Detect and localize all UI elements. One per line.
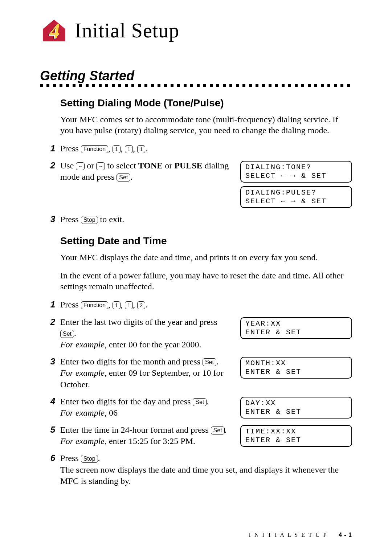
key-1: 1: [113, 301, 121, 309]
key-1: 1: [125, 301, 133, 309]
step-text: Press Stop. The screen now displays the …: [60, 453, 352, 487]
datetime-intro2: In the event of a power failure, you may…: [60, 270, 352, 292]
step-number: 1: [47, 143, 55, 154]
key-set: Set: [193, 398, 207, 406]
step-text: Enter two digits for the day and press S…: [60, 396, 352, 419]
svg-text:4: 4: [49, 20, 60, 42]
key-function: Function: [81, 145, 108, 153]
key-set: Set: [203, 358, 216, 366]
step-number: 6: [47, 453, 55, 464]
datetime-intro1: Your MFC displays the date and time, and…: [60, 252, 352, 263]
footer-label: I N I T I A L S E T U P: [249, 532, 327, 538]
lcd-display: TIME:XX:XX ENTER & SET: [240, 425, 352, 447]
key-function: Function: [81, 301, 108, 309]
datetime-steps: 1 Press Function, 1, 1, 2. 2 Enter the l…: [47, 299, 352, 487]
step-number: 1: [47, 299, 55, 310]
dotted-divider: [40, 84, 352, 87]
key-right-arrow: →: [96, 162, 105, 170]
subheading-datetime: Setting Date and Time: [60, 235, 352, 247]
step-number: 3: [47, 356, 55, 367]
step-text: Press Function, 1, 1, 1.: [60, 143, 352, 154]
key-stop: Stop: [81, 455, 98, 463]
key-stop: Stop: [81, 216, 98, 224]
step-number: 4: [47, 396, 55, 407]
step-number: 3: [47, 214, 55, 225]
dialing-steps: 1 Press Function, 1, 1, 1. 2 Use ← or → …: [47, 143, 352, 225]
page-number: 4 - 1: [339, 532, 352, 538]
lcd-display: DAY:XX ENTER & SET: [240, 397, 352, 419]
page-footer: I N I T I A L S E T U P 4 - 1: [249, 532, 352, 538]
key-2: 2: [137, 301, 145, 309]
lcd-display: MONTH:XX ENTER & SET: [240, 357, 352, 379]
step-text: Use ← or → to select TONE or PULSE diali…: [60, 160, 352, 208]
chapter-title: Initial Setup: [75, 19, 179, 42]
chapter-number-icon: 4 4 4: [40, 18, 68, 43]
step-text: Press Function, 1, 1, 2.: [60, 299, 352, 310]
step-text: Press Stop to exit.: [60, 214, 352, 225]
key-1: 1: [125, 145, 133, 153]
key-set: Set: [117, 174, 130, 181]
lcd-display: DIALING:PULSE? SELECT ← → & SET: [240, 186, 352, 208]
chapter-header: 4 4 4 Initial Setup: [40, 18, 352, 43]
key-1: 1: [113, 145, 121, 153]
dialing-intro: Your MFC comes set to accommodate tone (…: [60, 114, 352, 136]
step-text: Enter the last two digits of the year an…: [60, 317, 352, 351]
key-left-arrow: ←: [76, 162, 85, 170]
key-1: 1: [137, 145, 145, 153]
step-number: 5: [47, 424, 55, 435]
lcd-display: DIALING:TONE? SELECT ← → & SET: [240, 161, 352, 183]
subheading-dialing: Setting Dialing Mode (Tone/Pulse): [60, 97, 352, 109]
lcd-display: YEAR:XX ENTER & SET: [240, 317, 352, 339]
step-text: Enter two digits for the month and press…: [60, 356, 352, 390]
key-set: Set: [60, 330, 74, 338]
step-number: 2: [47, 160, 55, 171]
step-number: 2: [47, 317, 55, 327]
step-text: Enter the time in 24-hour format and pre…: [60, 424, 352, 447]
key-set: Set: [211, 427, 225, 434]
section-heading: Getting Started: [40, 68, 352, 83]
